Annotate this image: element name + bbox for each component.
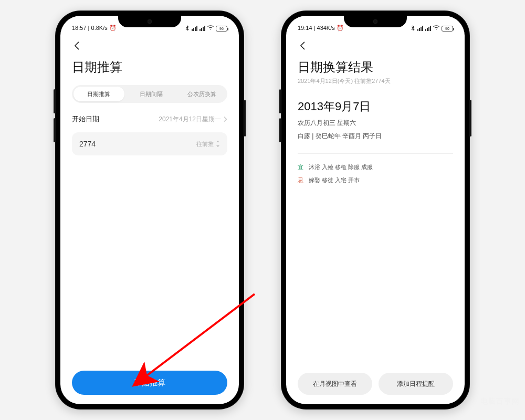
days-value: 2774	[79, 140, 96, 148]
start-date-value: 2021年4月12日星期一	[159, 115, 221, 124]
volume-up-button[interactable]	[54, 89, 55, 113]
bluetooth-icon	[185, 25, 190, 32]
signal-icon-2	[425, 26, 431, 31]
page-title: 日期换算结果	[298, 59, 453, 76]
volume-down-button[interactable]	[279, 118, 281, 142]
content-left: 日期推算 日期推算 日期间隔 公农历换算 开始日期 2021年4月12日星期一 …	[60, 33, 239, 404]
ji-badge: 忌	[298, 176, 303, 184]
signal-icon	[417, 26, 423, 31]
tab-date-calc[interactable]: 日期推算	[74, 87, 124, 101]
tab-bar: 日期推算 日期间隔 公农历换算	[72, 85, 227, 103]
power-button[interactable]	[244, 100, 246, 136]
signal-icon	[192, 26, 197, 31]
notch	[118, 16, 181, 27]
status-left: 19:14 | 434K/s ⏰	[298, 25, 344, 32]
volume-up-button[interactable]	[279, 89, 281, 113]
alarm-icon: ⏰	[337, 25, 344, 31]
content-right: 日期换算结果 2021年4月12日(今天) 往前推2774天 2013年9月7日…	[286, 33, 465, 404]
primary-button-label: 开始推算	[134, 378, 165, 388]
status-right: 90	[411, 25, 453, 32]
wifi-icon	[433, 25, 439, 32]
tab-lunar-convert[interactable]: 公农历换算	[176, 87, 227, 101]
start-date-row[interactable]: 开始日期 2021年4月12日星期一	[72, 114, 227, 124]
bluetooth-icon	[411, 25, 415, 32]
status-time: 18:57	[72, 25, 87, 31]
chevron-right-icon	[223, 117, 227, 122]
ji-text: 嫁娶 移徙 入宅 开市	[309, 176, 360, 184]
battery-icon: 96	[216, 26, 227, 32]
status-time: 19:14	[298, 25, 312, 31]
sort-icon	[216, 141, 220, 147]
result-date: 2013年9月7日	[298, 99, 453, 114]
notch	[344, 16, 407, 27]
status-left: 18:57 | 0.8K/s ⏰	[72, 25, 117, 32]
phone-left: 18:57 | 0.8K/s ⏰ 96 日期推算	[55, 10, 244, 410]
lucky-ji-row: 忌 嫁娶 移徙 入宅 开市	[298, 176, 453, 184]
screen-left: 18:57 | 0.8K/s ⏰ 96 日期推算	[60, 16, 239, 404]
add-reminder-button[interactable]: 添加日程提醒	[379, 373, 453, 395]
volume-down-button[interactable]	[54, 118, 55, 142]
lucky-yi-row: 宜 沐浴 入殓 移柩 除服 成服	[298, 163, 453, 171]
wifi-icon	[207, 25, 214, 32]
screen-right: 19:14 | 434K/s ⏰ 90 日期换算结果	[286, 16, 465, 404]
yi-text: 沐浴 入殓 移柩 除服 成服	[309, 163, 373, 171]
add-reminder-label: 添加日程提醒	[397, 380, 435, 388]
result-ganzhi: 白露 | 癸巳蛇年 辛酉月 丙子日	[298, 132, 453, 141]
start-date-label: 开始日期	[72, 114, 99, 124]
battery-icon: 90	[442, 26, 453, 32]
direction-label: 往前推	[196, 140, 214, 148]
back-button[interactable]	[298, 38, 313, 54]
status-right: 96	[185, 25, 227, 32]
power-button[interactable]	[470, 100, 471, 136]
view-in-month-button[interactable]: 在月视图中查看	[298, 373, 372, 395]
signal-icon-2	[200, 26, 205, 31]
yi-badge: 宜	[298, 163, 303, 171]
divider	[298, 153, 453, 154]
result-lunar: 农历八月初三 星期六	[298, 119, 453, 128]
status-net: 434K/s	[317, 25, 335, 31]
phone-right: 19:14 | 434K/s ⏰ 90 日期换算结果	[281, 10, 470, 410]
page-title: 日期推算	[72, 59, 227, 76]
start-calc-button[interactable]: 开始推算	[72, 371, 227, 395]
bottom-button-row: 在月视图中查看 添加日程提醒	[298, 373, 453, 395]
watermark: 电脑百事网	[480, 397, 520, 406]
back-button[interactable]	[72, 38, 88, 54]
alarm-icon: ⏰	[109, 25, 117, 31]
view-in-month-label: 在月视图中查看	[313, 380, 357, 388]
tab-date-interval[interactable]: 日期间隔	[126, 87, 177, 101]
days-input-row[interactable]: 2774 往前推	[72, 132, 227, 155]
page-subtitle: 2021年4月12日(今天) 往前推2774天	[298, 77, 453, 85]
status-net: 0.8K/s	[91, 25, 108, 31]
